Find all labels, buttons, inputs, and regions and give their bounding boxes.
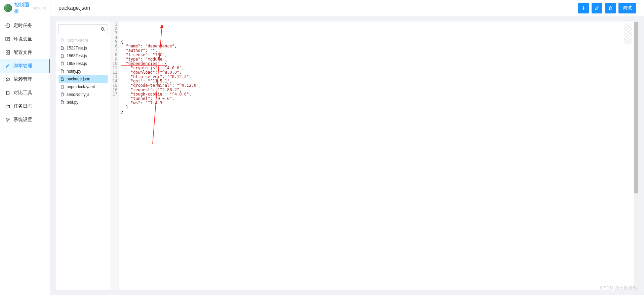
- sidebar-item-label: 定时任务: [13, 23, 32, 29]
- sidebar-item-script[interactable]: 脚本管理: [0, 59, 50, 73]
- header-actions: 调试: [578, 3, 636, 13]
- file-item[interactable]: test.py: [58, 98, 108, 106]
- sidebar-item-label: 环境变量: [13, 36, 32, 42]
- scrollbar[interactable]: [634, 22, 639, 290]
- sidebar-item-label: 依赖管理: [13, 76, 32, 82]
- file-name: sendNotify.js: [67, 92, 89, 97]
- file-item[interactable]: sendNotify.js: [58, 90, 108, 98]
- file-item[interactable]: notify.py: [58, 67, 108, 75]
- add-button[interactable]: [578, 3, 589, 13]
- sidebar-item-config[interactable]: 配置文件: [0, 46, 50, 59]
- sidebar-item-label: 对比工具: [13, 90, 32, 96]
- sidebar-item-env[interactable]: 环境变量: [0, 32, 50, 46]
- copy-icon: [5, 90, 10, 95]
- file-name: 1868Test.js: [67, 53, 87, 58]
- clock-icon: [5, 23, 10, 28]
- code-line: "http-server": "^0.12.3",: [121, 75, 637, 79]
- watermark: CSDN @无畏烧风: [600, 285, 637, 291]
- file-name: test.py: [67, 100, 78, 105]
- file-item[interactable]: package.json: [58, 75, 108, 83]
- grid-icon: [5, 50, 10, 55]
- minimap: [624, 24, 632, 44]
- code-line: "license": "ISC",: [121, 53, 637, 57]
- file-icon: [61, 38, 65, 42]
- scrollbar-thumb[interactable]: [634, 22, 638, 193]
- file-icon: [61, 69, 65, 73]
- file-list: .pnpm-store1522Test.js1868Test.js1958Tes…: [58, 36, 108, 106]
- code-line: }: [121, 110, 637, 114]
- file-icon: [61, 100, 65, 104]
- main: package.json 调试 .pnpm-store1522Test.js18…: [50, 0, 644, 295]
- editor: 1234567891011121314151617 { "name": "dep…: [111, 22, 639, 290]
- code-line: "author": "",: [121, 48, 637, 53]
- brand: 控制面板 v2.10.13: [0, 0, 50, 16]
- code-line: "ws": "^7.4.3": [121, 101, 637, 105]
- sidebar-item-log[interactable]: 任务日志: [0, 100, 50, 113]
- search-button[interactable]: [98, 24, 108, 34]
- file-icon: [61, 46, 65, 50]
- code-line: }: [121, 105, 637, 110]
- header: package.json 调试: [50, 0, 644, 16]
- debug-button[interactable]: 调试: [618, 3, 636, 13]
- sidebar-menu: 定时任务环境变量配置文件脚本管理依赖管理对比工具任务日志系统设置: [0, 16, 50, 126]
- file-panel: .pnpm-store1522Test.js1868Test.js1958Tes…: [56, 22, 111, 290]
- edit-button[interactable]: [592, 3, 602, 13]
- file-name: package.json: [67, 77, 90, 81]
- code-line: "download": "^8.0.0",: [121, 70, 637, 75]
- code-line: "crypto-js": "^4.0.0",: [121, 66, 637, 70]
- code-line: "request": "^2.88.2",: [121, 88, 637, 92]
- brand-version: v2.10.13: [33, 6, 46, 10]
- search-box: [58, 24, 108, 34]
- file-item[interactable]: 1522Test.js: [58, 44, 108, 52]
- folder-icon: [5, 104, 10, 109]
- page-title: package.json: [58, 5, 90, 11]
- search-input[interactable]: [58, 24, 98, 34]
- code-line: "tough-cookie": "^4.0.0",: [121, 92, 637, 97]
- file-icon: [61, 62, 65, 66]
- file-item[interactable]: pnpm-lock.yaml: [58, 83, 108, 90]
- file-item[interactable]: 1868Test.js: [58, 52, 108, 60]
- code-line: "dependencies": {: [121, 62, 637, 66]
- file-icon: [61, 93, 65, 97]
- content: .pnpm-store1522Test.js1868Test.js1958Tes…: [56, 22, 639, 290]
- sidebar-item-label: 脚本管理: [13, 63, 32, 69]
- editor-code-area[interactable]: { "name": "dependence", "author": "", "l…: [119, 22, 639, 290]
- sidebar: 控制面板 v2.10.13 定时任务环境变量配置文件脚本管理依赖管理对比工具任务…: [0, 0, 50, 295]
- sidebar-item-setting[interactable]: 系统设置: [0, 113, 50, 126]
- file-item[interactable]: 1958Test.js: [58, 60, 108, 67]
- file-icon: [61, 85, 65, 89]
- file-item[interactable]: .pnpm-store: [58, 36, 108, 44]
- code-line: "qrcode-terminal": "^0.12.0",: [121, 83, 637, 88]
- gear-icon: [5, 117, 10, 122]
- code-line: "name": "dependence",: [121, 44, 637, 48]
- file-name: notify.py: [67, 69, 81, 74]
- sidebar-item-cron[interactable]: 定时任务: [0, 19, 50, 32]
- editor-gutter: 1234567891011121314151617: [111, 22, 119, 290]
- sidebar-item-label: 配置文件: [13, 49, 32, 56]
- file-name: 1522Test.js: [67, 46, 87, 50]
- file-icon: [61, 54, 65, 58]
- edit-icon: [5, 64, 10, 68]
- delete-button[interactable]: [605, 3, 616, 13]
- field-icon: [5, 37, 10, 41]
- code-line: {: [121, 40, 637, 44]
- brand-logo: [4, 4, 12, 12]
- code-line: "tunnel": "0.0.6",: [121, 97, 637, 101]
- file-name: pnpm-lock.yaml: [67, 84, 95, 89]
- box-icon: [5, 77, 10, 82]
- sidebar-item-dep[interactable]: 依赖管理: [0, 73, 50, 86]
- code-line: "type": "module",: [121, 57, 637, 62]
- sidebar-item-label: 系统设置: [13, 117, 32, 123]
- file-icon: [61, 77, 65, 81]
- line-number: 17: [112, 92, 117, 97]
- sidebar-item-diff[interactable]: 对比工具: [0, 86, 50, 100]
- file-name: .pnpm-store: [67, 38, 88, 43]
- brand-title: 控制面板: [14, 2, 33, 14]
- file-name: 1958Test.js: [67, 61, 87, 66]
- sidebar-item-label: 任务日志: [13, 103, 32, 109]
